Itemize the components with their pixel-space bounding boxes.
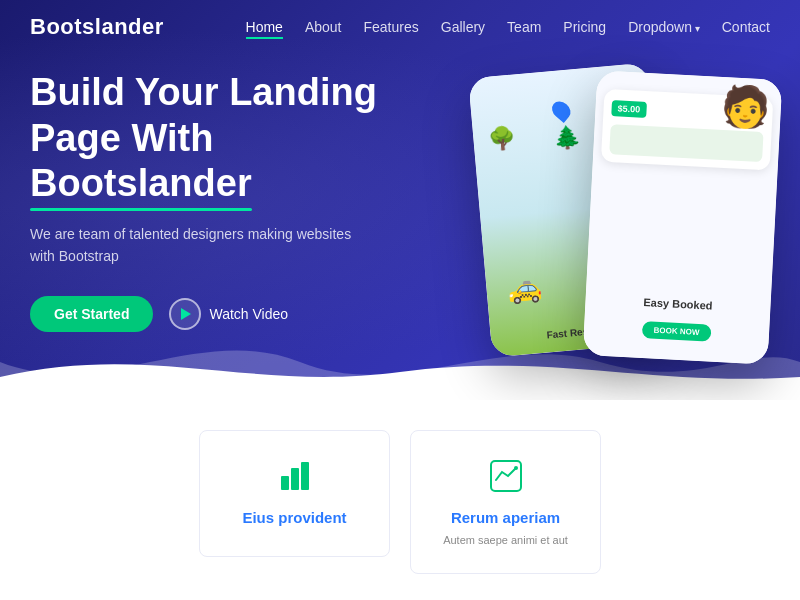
nav-item-contact[interactable]: Contact [722,18,770,36]
svg-rect-0 [281,476,289,490]
get-started-button[interactable]: Get Started [30,296,153,332]
map-pin-icon [548,98,574,123]
person-icon: 🧑 [720,82,772,132]
nav-item-dropdown[interactable]: Dropdown [628,18,700,36]
hero-title-line1: Build Your Landing [30,71,377,113]
feature-1-icon [274,455,316,497]
feature-2-icon [485,455,527,497]
nav-item-gallery[interactable]: Gallery [441,18,485,36]
svg-rect-3 [491,461,521,491]
feature-card-1: Eius provident [199,430,390,557]
feature-card-2: Rerum aperiam Autem saepe animi et aut [410,430,601,574]
feature-2-title: Rerum aperiam [451,509,560,526]
nav-item-home[interactable]: Home [246,18,283,36]
watch-video-label: Watch Video [209,306,288,322]
hero-section: Build Your Landing Page With Bootslander… [0,0,800,400]
hero-buttons: Get Started Watch Video [30,296,430,332]
navbar: Bootslander Home About Features Gallery … [0,0,800,54]
svg-point-4 [514,466,518,470]
brand-logo[interactable]: Bootslander [30,14,164,40]
features-section: Eius provident Rerum aperiam Autem saepe… [0,400,800,600]
phone-mockups: 🌳 🌳 🌲 🚕 Fast Respon... 🧑 $5.00 Easy Book… [460,50,780,370]
watch-video-button[interactable]: Watch Video [169,298,288,330]
tree-icon: 🌳 [487,125,516,153]
hero-subtitle: We are team of talented designers making… [30,223,370,268]
tree-icon3: 🌲 [553,124,582,152]
phone-front: 🧑 $5.00 Easy Booked BOOK NOW [583,70,783,364]
hero-title-line2: Page With [30,117,213,159]
taxi-icon: 🚕 [505,270,543,306]
nav-item-team[interactable]: Team [507,18,541,36]
feature-2-desc: Autem saepe animi et aut [443,532,568,549]
hero-content: Build Your Landing Page With Bootslander… [30,70,430,332]
svg-rect-1 [291,468,299,490]
nav-item-about[interactable]: About [305,18,342,36]
nav-menu: Home About Features Gallery Team Pricing… [246,18,770,36]
nav-item-features[interactable]: Features [364,18,419,36]
svg-rect-2 [301,462,309,490]
phone-front-screen: 🧑 $5.00 Easy Booked BOOK NOW [583,70,783,364]
price-badge: $5.00 [611,100,646,118]
hero-title-brand: Bootslander [30,161,252,207]
book-now-button: BOOK NOW [641,321,712,342]
phone-front-label: Easy Booked [585,293,770,315]
hero-title: Build Your Landing Page With Bootslander [30,70,430,207]
feature-1-title: Eius provident [242,509,346,526]
spacer-left [0,430,189,470]
nav-item-pricing[interactable]: Pricing [563,18,606,36]
spacer-right [611,430,800,470]
play-icon [169,298,201,330]
